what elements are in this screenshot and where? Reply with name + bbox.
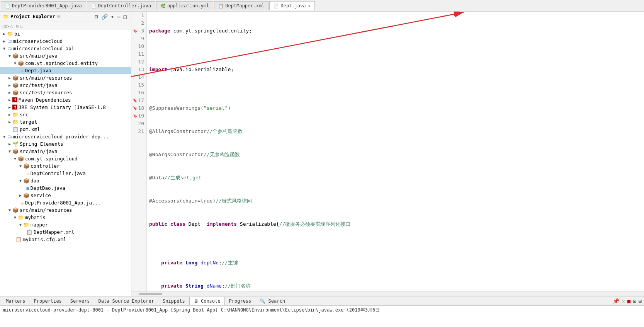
tab-application-yml[interactable]: 🌿 application.yml xyxy=(156,1,213,10)
code-line-15: public class Dept implements Serializabl… xyxy=(149,220,644,228)
code-content[interactable]: package com.yt.springcloud.entity; impor… xyxy=(147,12,644,291)
yml-file-icon: 🌿 xyxy=(160,3,166,9)
horizontal-scrollbar[interactable] xyxy=(131,291,644,296)
code-line-14: @Accessors(chain=true)//链式风格访问 xyxy=(149,197,644,205)
tree-item-src-main-java[interactable]: ▼ 📦 src/main/java xyxy=(0,52,131,60)
arrow-dao: ▼ xyxy=(18,179,23,183)
clear-icon[interactable]: ■ xyxy=(627,298,630,304)
forward-icon[interactable]: ▷ xyxy=(5,23,8,29)
tree-item-bi[interactable]: ▶ 📁 bi xyxy=(0,30,131,37)
tree-item-DeptController[interactable]: ☕ DeptController.java xyxy=(0,170,131,177)
folder-icon-bi: 📁 xyxy=(7,31,13,37)
tree-item-provider-pkg[interactable]: ▼ 📦 com.yt.springcloud xyxy=(0,155,131,162)
tab-search[interactable]: 🔍 Search xyxy=(255,297,289,305)
tab-DeptMapper-xml[interactable]: 📋 DeptMapper.xml xyxy=(214,1,268,10)
arrow-src-main-java: ▼ xyxy=(7,54,12,58)
interface-DeptDao-icon: ◼ xyxy=(26,185,29,191)
code-line-18: private String dName;//部门名称 xyxy=(149,282,644,290)
tree-item-src-test-java[interactable]: ▶ 📦 src/test/java xyxy=(0,82,131,89)
tree-item-DeptDao[interactable]: ◼ DeptDao.java xyxy=(0,184,131,192)
srcfolder-icon: 📦 xyxy=(12,53,19,59)
arrow-bi: ▶ xyxy=(2,32,7,36)
tree-item-service[interactable]: ▶ 📦 service xyxy=(0,192,131,199)
java-file-icon-tree: ☕ xyxy=(21,68,24,73)
tab-console[interactable]: 🖥 Console xyxy=(189,297,225,305)
project-explorer-icon: 📁 xyxy=(3,14,9,19)
tab-servers[interactable]: Servers xyxy=(66,297,94,305)
console-text: microservicecloud-provider-dept-8001 - D… xyxy=(3,307,380,313)
code-line-1: package com.yt.springcloud.entity; xyxy=(149,27,644,35)
back-icon[interactable]: ◁ xyxy=(2,23,5,29)
srcfolder-test-icon: 📦 xyxy=(12,82,19,88)
up-icon[interactable]: △ xyxy=(10,23,13,29)
tab-data-source-explorer[interactable]: Data Source Explorer xyxy=(94,297,158,305)
minimize-button[interactable]: — xyxy=(116,13,121,20)
stop-icon[interactable]: ✕ xyxy=(622,298,625,304)
tab-DeptController[interactable]: 📄 DeptController.java xyxy=(87,1,155,10)
open-console-icon[interactable]: ⊞ xyxy=(639,298,642,304)
xml-DeptMapper-icon: 📋 xyxy=(26,229,32,235)
scroll-lock-icon[interactable]: ⊡ xyxy=(633,298,636,304)
tree-item-src[interactable]: ▶ 📁 src xyxy=(0,111,131,118)
pin-icon[interactable]: 📌 xyxy=(613,298,619,304)
tree-item-microservicecloud-api[interactable]: ▼ 🗂 microservicecloud-api xyxy=(0,45,131,52)
tab-DeptProvider8001-App[interactable]: 📄 DeptProvider8001_App.java xyxy=(1,1,86,10)
link-editor-button[interactable]: 🔗 xyxy=(100,13,109,20)
tree-item-microservicecloud[interactable]: ▶ 🗂 microservicecloud xyxy=(0,37,131,45)
arrow-src-test-java: ▶ xyxy=(7,83,12,87)
jre-icon: 🅼 xyxy=(12,104,17,110)
sidebar-header: 📁 Project Explorer ☰ ⊟ 🔗 ▾ — □ xyxy=(0,12,131,22)
code-container[interactable]: 1 2 🔖3 9 10 11 12 13 14 15 16 🔖17 🔖18 🔖1… xyxy=(131,12,644,291)
tree-item-target[interactable]: ▶ 📁 target xyxy=(0,118,131,126)
sidebar-view-menu-icon: ☰ xyxy=(57,14,61,19)
maximize-button[interactable]: □ xyxy=(122,13,128,20)
tree-item-mapper[interactable]: ▼ 📁 mapper xyxy=(0,221,131,228)
tree-item-controller[interactable]: ▼ 📦 controller xyxy=(0,162,131,170)
collapse-icon[interactable]: ⊞ xyxy=(16,23,19,29)
tab-progress[interactable]: Progress xyxy=(225,297,256,305)
tree-item-src-main-resources[interactable]: ▶ 📦 src/main/resources xyxy=(0,74,131,82)
sidebar-menu-button[interactable]: ▾ xyxy=(110,13,115,20)
tab-properties[interactable]: Properties xyxy=(30,297,66,305)
tree-item-spring-elements[interactable]: ▶ 🌱 Spring Elements xyxy=(0,140,131,148)
tree-item-DeptMapper-xml[interactable]: 📋 DeptMapper.xml xyxy=(0,228,131,236)
tree-item-Dept-java[interactable]: ☕ Dept.java xyxy=(0,67,131,74)
folder-mybatis-icon: 📁 xyxy=(18,215,24,220)
tree-item-provider-dep[interactable]: ▼ 🗂 microservicecloud-provider-dep... xyxy=(0,133,131,140)
code-line-13: @Data//生成set,get xyxy=(149,174,644,182)
tree-item-DeptProvider8001[interactable]: ☕ DeptProvider8001_App.ja... xyxy=(0,199,131,206)
console-toolbar: 📌 ✕ ■ ⊡ ⊞ xyxy=(613,298,644,304)
package-controller-icon: 📦 xyxy=(23,163,29,169)
tab-close-icon[interactable]: ✕ xyxy=(308,3,311,9)
collapse-all-button[interactable]: ⊟ xyxy=(93,13,99,20)
arrow-mybatis: ▼ xyxy=(12,215,18,220)
tab-Dept-java[interactable]: 📄 Dept.java ✕ xyxy=(269,1,315,10)
tab-snippets[interactable]: Snippets xyxy=(158,297,189,305)
tree-item-dao[interactable]: ▼ 📦 dao xyxy=(0,177,131,184)
expand-icon[interactable]: ⊟ xyxy=(20,23,23,29)
arrow-provider-pkg: ▼ xyxy=(12,157,18,161)
project-explorer-panel: 📁 Project Explorer ☰ ⊟ 🔗 ▾ — □ ◁ ▷ △ ⊞ ⊟… xyxy=(0,12,131,296)
package-icon2: 📦 xyxy=(18,156,24,162)
tree-item-src-test-resources[interactable]: ▶ 📦 src/test/resources xyxy=(0,89,131,96)
tree-item-provider-src-main-resources[interactable]: ▼ 📦 src/main/resources xyxy=(0,206,131,214)
tree-item-mybatis[interactable]: ▼ 📁 mybatis xyxy=(0,214,131,221)
tree-item-mybatis-cfg[interactable]: 📋 mybatis.cfg.xml xyxy=(0,236,131,243)
tree-item-jre[interactable]: ▶ 🅼 JRE System Library [JavaSE-1.8 xyxy=(0,104,131,111)
tree-item-entity-package[interactable]: ▼ 📦 com.yt.springcloud.entity xyxy=(0,60,131,67)
code-line-17: private Long deptNo;//主键 xyxy=(149,259,644,267)
tree-item-maven-dep[interactable]: ▶ 🅼 Maven Dependencies xyxy=(0,96,131,104)
arrow-jre: ▶ xyxy=(7,105,12,109)
srcfolder-res-icon: 📦 xyxy=(12,75,19,81)
tab-markers[interactable]: Markers xyxy=(2,297,30,305)
project-tree[interactable]: ▶ 📁 bi ▶ 🗂 microservicecloud ▼ 🗂 microse… xyxy=(0,30,131,296)
package-icon: 📦 xyxy=(18,60,24,66)
srcfolder-testres-icon: 📦 xyxy=(12,90,19,95)
xml-pom-icon: 📋 xyxy=(12,126,19,132)
folder-mapper-icon: 📁 xyxy=(23,222,29,228)
arrow-microservicecloud-api: ▼ xyxy=(2,46,7,51)
sidebar-nav-toolbar: ◁ ▷ △ ⊞ ⊟ xyxy=(0,22,131,30)
arrow-src-test-res: ▶ xyxy=(7,90,12,95)
tree-item-provider-src-main-java[interactable]: ▼ 📦 src/main/java xyxy=(0,148,131,155)
tree-item-pom[interactable]: 📋 pom.xml xyxy=(0,126,131,133)
